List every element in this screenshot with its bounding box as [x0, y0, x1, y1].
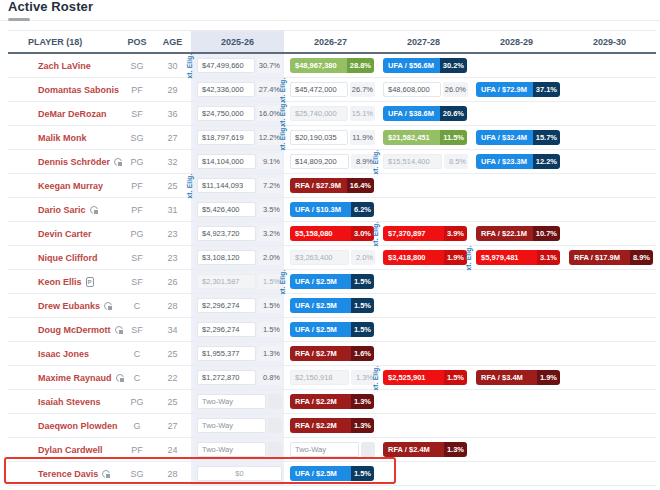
player-name-link[interactable]: Drew Eubanks [38, 301, 100, 311]
player-position: SF [120, 102, 154, 125]
year-cell: xt. Elig.$15,514,4008.5% [377, 150, 470, 173]
badge-label: UFA / $56.6M [383, 58, 440, 73]
extension-eligible-label: xt. Elig. [466, 245, 473, 270]
column-header-player[interactable]: PLAYER (18) [8, 31, 120, 52]
table-row[interactable]: Devin CarterPG23$4,923,7203.2%$5,158,080… [8, 222, 656, 246]
player-name-link[interactable]: Isaac Jones [38, 349, 89, 359]
year-cell: RFA / $2.2M1.3% [284, 414, 377, 437]
table-row[interactable]: DeMar DeRozanSF36$24,750,00016.0%xt. Eli… [8, 102, 656, 126]
free-agency-badge: $5,158,0803.0% [290, 226, 374, 241]
badge-percent: 1.3% [351, 394, 374, 409]
year-cell: RFA / $17.9M8.9% [563, 246, 656, 269]
badge-percent: 1.9% [537, 370, 560, 385]
year-cell: UFA / $38.6M20.6% [377, 102, 470, 125]
contract-note-icon[interactable] [116, 374, 124, 382]
column-header-age[interactable]: AGE [154, 31, 191, 52]
table-row[interactable]: Keon EllisSF26$2,301,5871.5%xt. Elig.UFA… [8, 270, 656, 294]
salary-value: $47,499,660 [197, 58, 255, 73]
year-cell: $2,301,5871.5% [191, 270, 284, 293]
table-row[interactable]: Dylan CardwellPF24Two-WayTwo-WayRFA / $2… [8, 438, 656, 462]
player-name-link[interactable]: Dylan Cardwell [38, 445, 103, 455]
player-name-link[interactable]: Terence Davis [38, 469, 98, 479]
player-name-link[interactable]: Dennis Schröder [38, 157, 110, 167]
badge-percent: 30.2% [440, 58, 467, 73]
contract-note-icon[interactable] [104, 302, 112, 310]
badge-percent: 1.5% [351, 466, 374, 481]
badge-percent: 10.7% [533, 226, 560, 241]
year-cell [377, 462, 470, 485]
free-agency-badge: RFA / $22.1M10.7% [476, 226, 560, 241]
table-row[interactable]: Maxime RaynaudC22$1,272,8700.8%$2,150,91… [8, 366, 656, 390]
page-title: Active Roster [8, 0, 660, 14]
player-age: 32 [154, 150, 191, 173]
table-row[interactable]: Dario SaricPF31$5,426,4003.5%UFA / $10.3… [8, 198, 656, 222]
column-header-y2027[interactable]: 2027-28 [377, 31, 470, 52]
free-agency-badge: $3,418,8001.9% [383, 250, 467, 265]
column-header-pos[interactable]: POS [120, 31, 154, 52]
salary-value: $25,740,000 [290, 106, 348, 121]
year-cell [563, 318, 656, 341]
year-cell [563, 438, 656, 461]
table-row[interactable]: Domantas SabonisPF29$42,336,00027.4%xt. … [8, 78, 656, 102]
year-cell: $3,263,4002.0% [284, 246, 377, 269]
player-age: 34 [154, 318, 191, 341]
player-name-link[interactable]: Maxime Raynaud [38, 373, 112, 383]
contract-note-icon[interactable] [114, 158, 122, 166]
year-cell: $14,809,2008.9% [284, 150, 377, 173]
column-header-y2028[interactable]: 2028-29 [470, 31, 563, 52]
table-row[interactable]: Drew EubanksC28$2,296,2741.5%UFA / $2.5M… [8, 294, 656, 318]
player-name-link[interactable]: DeMar DeRozan [38, 109, 107, 119]
player-cell: Isaiah Stevens [8, 390, 120, 413]
player-cell: Dario Saric [8, 198, 120, 221]
player-position: PF [120, 438, 154, 461]
table-row[interactable]: Nique CliffordSF23$3,108,1202.0%$3,263,4… [8, 246, 656, 270]
contract-note-icon[interactable] [115, 326, 123, 334]
year-cell: $48,608,00026.0% [377, 78, 470, 101]
year-cell: RFA / $22.1M10.7% [470, 222, 563, 245]
column-header-y2025[interactable]: 2025-26 [191, 31, 284, 52]
player-name-link[interactable]: Daeqwon Plowden [38, 421, 118, 431]
table-row[interactable]: Zach LaVineSG30xt. Elig.$47,499,66030.7%… [8, 54, 656, 78]
player-cell: Maxime Raynaud [8, 366, 120, 389]
player-name-link[interactable]: Keon Ellis [38, 277, 82, 287]
two-way-value: Two-Way [197, 442, 266, 457]
badge-label: RFA / $2.2M [290, 394, 351, 409]
badge-percent: 1.5% [351, 322, 374, 337]
table-row[interactable]: Isaiah StevensPG25Two-WayRFA / $2.2M1.3% [8, 390, 656, 414]
badge-label: UFA / $38.6M [383, 106, 440, 121]
year-cell: UFA / $2.5M1.5% [284, 294, 377, 317]
year-cell: xt. Elig.$47,499,66030.7% [191, 54, 284, 77]
player-name-link[interactable]: Devin Carter [38, 229, 92, 239]
badge-label: UFA / $32.4M [476, 130, 533, 145]
player-name-link[interactable]: Zach LaVine [38, 61, 91, 71]
player-position: PG [120, 390, 154, 413]
badge-label: RFA / $2.4M [383, 442, 444, 457]
table-row[interactable]: Isaac JonesC25$1,955,3771.3%RFA / $2.7M1… [8, 342, 656, 366]
player-name-link[interactable]: Dario Saric [38, 205, 86, 215]
table-row[interactable]: Daeqwon PlowdenG27Two-WayRFA / $2.2M1.3% [8, 414, 656, 438]
player-age: 28 [154, 294, 191, 317]
contract-note-icon[interactable] [102, 470, 110, 478]
player-name-link[interactable]: Doug McDermott [38, 325, 111, 335]
contract-option-icon[interactable] [86, 277, 94, 287]
year-cell [470, 270, 563, 293]
player-name-link[interactable]: Malik Monk [38, 133, 87, 143]
player-name-link[interactable]: Domantas Sabonis [38, 85, 119, 95]
table-row[interactable]: Terence DavisSG28$0UFA / $2.5M1.5% [8, 462, 656, 486]
table-row[interactable]: Doug McDermottSF34$2,296,2741.5%UFA / $2… [8, 318, 656, 342]
extension-eligible-label: xt. Elig. [280, 125, 287, 150]
contract-note-icon[interactable] [90, 206, 98, 214]
year-cell [470, 342, 563, 365]
table-row[interactable]: Malik MonkSG27$18,797,61912.2%xt. Elig.$… [8, 126, 656, 150]
player-name-link[interactable]: Isaiah Stevens [38, 397, 101, 407]
cap-percent: 3.5% [258, 202, 282, 217]
column-header-y2029[interactable]: 2029-30 [563, 31, 656, 52]
year-cell: xt. Elig.$2,525,9011.5% [377, 366, 470, 389]
table-row[interactable]: Keegan MurrayPF25xt. Elig.$11,144,0937.2… [8, 174, 656, 198]
player-name-link[interactable]: Nique Clifford [38, 253, 98, 263]
table-row[interactable]: Dennis SchröderPG32$14,104,0009.1%$14,80… [8, 150, 656, 174]
salary-value: $1,272,870 [197, 370, 256, 385]
player-name-link[interactable]: Keegan Murray [38, 181, 103, 191]
free-agency-badge: $2,525,9011.5% [383, 370, 467, 385]
column-header-y2026[interactable]: 2026-27 [284, 31, 377, 52]
